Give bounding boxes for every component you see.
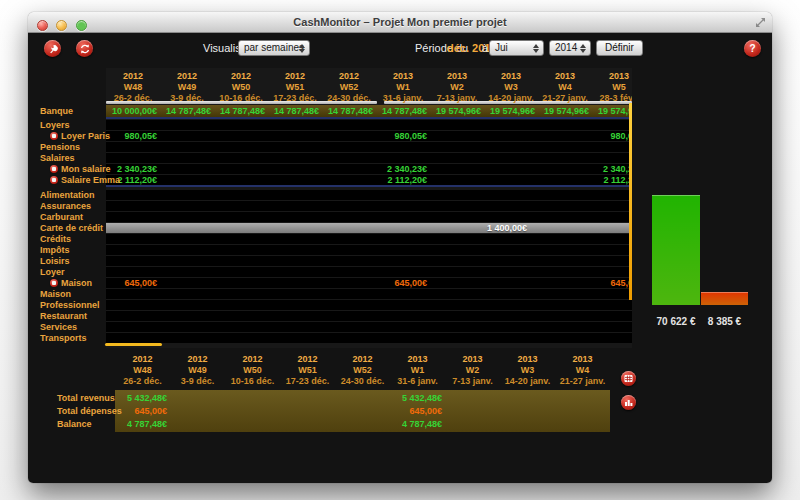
grid-row-category[interactable]	[106, 245, 632, 255]
column-header-week: W52	[322, 82, 376, 92]
zoom-button[interactable]	[76, 20, 87, 31]
grid-row-category[interactable]	[106, 153, 632, 163]
summary-value: 645,00€	[134, 405, 167, 418]
grid-value: 645,00€	[124, 278, 157, 288]
summary-chart-button[interactable]	[621, 395, 636, 410]
grid-row-category[interactable]	[106, 267, 632, 277]
row-label[interactable]: Maison	[50, 278, 92, 288]
summary-table-button[interactable]	[621, 371, 636, 386]
summary-header-range: 14-20 janv.	[500, 376, 555, 386]
row-label[interactable]: Restaurant	[40, 311, 87, 321]
row-label[interactable]: Professionnel	[40, 300, 100, 310]
grid-value: 645,00€	[394, 278, 427, 288]
grid-row-item[interactable]	[106, 164, 632, 174]
stepper-icon	[577, 43, 588, 53]
column-header-year: 2013	[538, 71, 592, 81]
summary-header-range: 3-9 déc.	[170, 376, 225, 386]
row-label[interactable]: Carburant	[40, 212, 83, 222]
grid-value: 14 787,48€	[166, 105, 211, 117]
recurring-entry-icon[interactable]	[50, 279, 58, 287]
refresh-button[interactable]	[76, 40, 93, 57]
column-header-range: 17-23 déc.	[268, 93, 322, 103]
tools-button[interactable]	[44, 40, 61, 57]
grid-row-category[interactable]	[106, 322, 632, 332]
row-label[interactable]: Alimentation	[40, 190, 95, 200]
row-label[interactable]: Mon salaire	[50, 164, 111, 174]
summary-header-range: 21-27 janv.	[555, 376, 610, 386]
grid-row-item[interactable]	[106, 175, 632, 185]
row-label[interactable]: Loyer Paris	[50, 131, 110, 141]
month-select[interactable]: Jui	[489, 40, 544, 56]
grid-row-category[interactable]	[106, 142, 632, 152]
row-label[interactable]: Loyer	[40, 267, 65, 277]
grid-row-category[interactable]	[106, 256, 632, 266]
close-button[interactable]	[37, 20, 48, 31]
column-header-year: 2013	[430, 71, 484, 81]
grid-row-category[interactable]	[106, 333, 632, 343]
row-label[interactable]: Carte de crédit	[40, 223, 103, 233]
row-label[interactable]: Crédits	[40, 234, 71, 244]
grid-row-credit[interactable]	[106, 223, 632, 233]
column-header-year: 2013	[484, 71, 538, 81]
row-label[interactable]: Services	[40, 322, 77, 332]
summary-header-year: 2013	[500, 354, 555, 364]
revenue-bar	[652, 195, 700, 305]
desktop-background: CashMonitor – Projet Mon premier projet	[0, 0, 800, 500]
minimize-button[interactable]	[56, 20, 67, 31]
row-label[interactable]: Banque	[40, 106, 73, 116]
recurring-entry-icon[interactable]	[50, 176, 58, 184]
row-label[interactable]: Impôts	[40, 245, 70, 255]
column-header-week: W1	[376, 82, 430, 92]
title-bar[interactable]: CashMonitor – Projet Mon premier projet	[28, 12, 772, 33]
column-header-year: 2013	[376, 71, 430, 81]
grid-value: 2 340,23€	[117, 164, 157, 174]
summary-header-year: 2013	[555, 354, 610, 364]
stepper-icon	[296, 43, 307, 53]
column-header-week: W48	[106, 82, 160, 92]
view-select[interactable]: par semaines	[238, 40, 310, 56]
grid-row-category[interactable]	[106, 120, 632, 130]
grid-value: 14 787,48€	[328, 105, 373, 117]
summary-header-week: W48	[115, 365, 170, 375]
grid-row-category[interactable]	[106, 300, 632, 310]
recurring-entry-icon[interactable]	[50, 165, 58, 173]
row-label[interactable]: Salaires	[40, 153, 75, 163]
grid-row-item[interactable]	[106, 131, 632, 141]
grid-row-category[interactable]	[106, 311, 632, 321]
row-label[interactable]: Loisirs	[40, 256, 70, 266]
year-select[interactable]: 2014	[549, 40, 591, 56]
column-header-year: 2012	[106, 71, 160, 81]
column-header-year: 2012	[214, 71, 268, 81]
grid-value: 2 112,20€	[387, 175, 427, 185]
column-header-range: 3-9 déc.	[160, 93, 214, 103]
definir-button[interactable]: Définir	[596, 40, 643, 56]
summary-header-year: 2012	[225, 354, 280, 364]
grid-row-category[interactable]	[106, 201, 632, 211]
summary-header-week: W4	[555, 365, 610, 375]
row-label[interactable]: Transports	[40, 333, 87, 343]
row-label[interactable]: Salaire Emma	[50, 175, 120, 185]
horizontal-scroll-thumb[interactable]	[105, 343, 162, 346]
row-label[interactable]: Pensions	[40, 142, 80, 152]
grid-value: 14 787,48€	[382, 105, 427, 117]
grid-row-category[interactable]	[106, 234, 632, 244]
summary-value: 645,00€	[409, 405, 442, 418]
help-button[interactable]: ?	[744, 40, 761, 57]
summary-header-year: 2012	[280, 354, 335, 364]
grid-row-category[interactable]	[106, 289, 632, 299]
cashflow-grid[interactable]: 2012W4826-2 déc.2012W493-9 déc.2012W5010…	[106, 68, 632, 348]
fullscreen-resize-icon[interactable]	[755, 17, 766, 28]
column-header-week: W51	[268, 82, 322, 92]
summary-header-week: W50	[225, 365, 280, 375]
grid-row-item[interactable]	[106, 278, 632, 288]
grid-row-category[interactable]	[106, 190, 632, 200]
row-label[interactable]: Assurances	[40, 201, 91, 211]
row-label[interactable]: Loyers	[40, 120, 70, 130]
column-header-week: W49	[160, 82, 214, 92]
recurring-entry-icon[interactable]	[50, 132, 58, 140]
grid-row-category[interactable]	[106, 212, 632, 222]
summary-header-year: 2013	[390, 354, 445, 364]
column-header-range: 7-13 janv.	[430, 93, 484, 103]
summary-header-year: 2012	[115, 354, 170, 364]
row-label[interactable]: Maison	[40, 289, 71, 299]
